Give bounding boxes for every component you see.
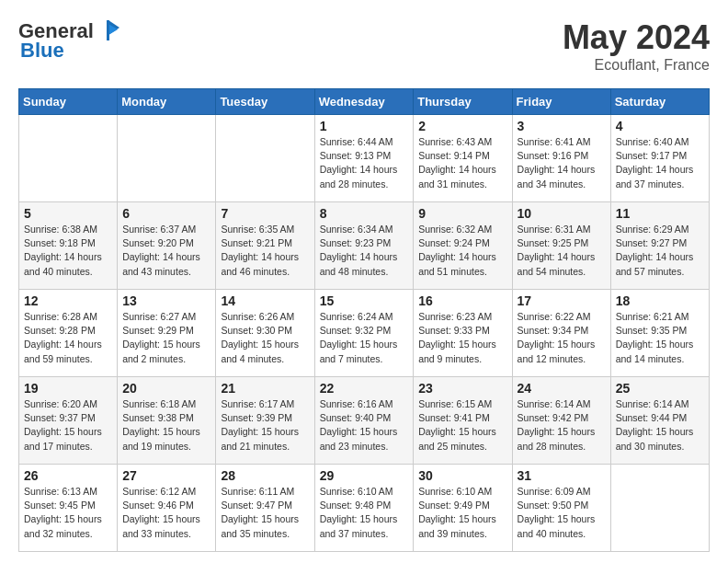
calendar-cell: 14Sunrise: 6:26 AM Sunset: 9:30 PM Dayli… [216, 290, 314, 377]
calendar-cell: 4Sunrise: 6:40 AM Sunset: 9:17 PM Daylig… [610, 115, 709, 202]
day-info: Sunrise: 6:12 AM Sunset: 9:46 PM Dayligh… [122, 485, 210, 541]
calendar-week-4: 19Sunrise: 6:20 AM Sunset: 9:37 PM Dayli… [19, 377, 710, 465]
calendar-cell: 1Sunrise: 6:44 AM Sunset: 9:13 PM Daylig… [314, 115, 414, 202]
day-number: 20 [122, 381, 210, 396]
calendar-week-3: 12Sunrise: 6:28 AM Sunset: 9:28 PM Dayli… [19, 290, 710, 377]
day-info: Sunrise: 6:22 AM Sunset: 9:34 PM Dayligh… [518, 310, 606, 366]
day-number: 13 [122, 293, 210, 308]
calendar-cell: 10Sunrise: 6:31 AM Sunset: 9:25 PM Dayli… [512, 202, 610, 290]
calendar-cell: 6Sunrise: 6:37 AM Sunset: 9:20 PM Daylig… [118, 202, 216, 290]
day-info: Sunrise: 6:10 AM Sunset: 9:48 PM Dayligh… [320, 485, 409, 541]
day-info: Sunrise: 6:21 AM Sunset: 9:35 PM Dayligh… [616, 310, 704, 366]
calendar-cell: 20Sunrise: 6:18 AM Sunset: 9:38 PM Dayli… [118, 377, 216, 465]
calendar-week-1: 1Sunrise: 6:44 AM Sunset: 9:13 PM Daylig… [19, 115, 710, 202]
calendar-cell: 17Sunrise: 6:22 AM Sunset: 9:34 PM Dayli… [512, 290, 610, 377]
calendar-cell: 5Sunrise: 6:38 AM Sunset: 9:18 PM Daylig… [19, 202, 118, 290]
location: Ecouflant, France [563, 57, 710, 74]
day-info: Sunrise: 6:09 AM Sunset: 9:50 PM Dayligh… [518, 485, 606, 541]
day-number: 12 [24, 293, 112, 308]
day-info: Sunrise: 6:27 AM Sunset: 9:29 PM Dayligh… [122, 310, 210, 366]
day-number: 9 [418, 206, 506, 221]
day-number: 21 [221, 381, 309, 396]
day-info: Sunrise: 6:24 AM Sunset: 9:32 PM Dayligh… [320, 310, 409, 366]
day-info: Sunrise: 6:44 AM Sunset: 9:13 PM Dayligh… [320, 135, 409, 191]
header-sunday: Sunday [19, 89, 118, 115]
header-monday: Monday [118, 89, 216, 115]
day-info: Sunrise: 6:38 AM Sunset: 9:18 PM Dayligh… [24, 223, 112, 279]
calendar-cell [118, 115, 216, 202]
logo-flag-icon [96, 18, 121, 44]
header-saturday: Saturday [610, 89, 709, 115]
day-number: 26 [24, 468, 112, 483]
calendar: Sunday Monday Tuesday Wednesday Thursday… [18, 88, 710, 552]
day-number: 29 [320, 468, 409, 483]
title-area: May 2024 Ecouflant, France [563, 18, 710, 74]
day-info: Sunrise: 6:15 AM Sunset: 9:41 PM Dayligh… [418, 397, 506, 454]
calendar-cell: 23Sunrise: 6:15 AM Sunset: 9:41 PM Dayli… [414, 377, 512, 465]
calendar-cell [19, 115, 118, 202]
month-title: May 2024 [563, 18, 710, 57]
header-wednesday: Wednesday [314, 89, 414, 115]
day-info: Sunrise: 6:43 AM Sunset: 9:14 PM Dayligh… [418, 135, 506, 191]
calendar-cell: 21Sunrise: 6:17 AM Sunset: 9:39 PM Dayli… [216, 377, 314, 465]
day-number: 31 [518, 468, 606, 483]
day-info: Sunrise: 6:26 AM Sunset: 9:30 PM Dayligh… [221, 310, 309, 366]
day-number: 11 [616, 206, 704, 221]
day-number: 16 [418, 293, 506, 308]
day-number: 3 [518, 119, 606, 133]
calendar-cell: 22Sunrise: 6:16 AM Sunset: 9:40 PM Dayli… [314, 377, 414, 465]
day-info: Sunrise: 6:32 AM Sunset: 9:24 PM Dayligh… [418, 223, 506, 279]
day-info: Sunrise: 6:34 AM Sunset: 9:23 PM Dayligh… [320, 223, 409, 279]
day-number: 5 [24, 206, 112, 221]
calendar-cell: 7Sunrise: 6:35 AM Sunset: 9:21 PM Daylig… [216, 202, 314, 290]
day-info: Sunrise: 6:31 AM Sunset: 9:25 PM Dayligh… [518, 223, 606, 279]
header: General Blue May 2024 Ecouflant, France [18, 18, 710, 74]
logo: General Blue [18, 18, 121, 63]
calendar-cell: 25Sunrise: 6:14 AM Sunset: 9:44 PM Dayli… [610, 377, 709, 465]
calendar-cell [610, 465, 709, 552]
day-number: 2 [418, 119, 506, 133]
header-thursday: Thursday [414, 89, 512, 115]
day-info: Sunrise: 6:40 AM Sunset: 9:17 PM Dayligh… [616, 135, 704, 191]
calendar-cell: 27Sunrise: 6:12 AM Sunset: 9:46 PM Dayli… [118, 465, 216, 552]
calendar-cell: 8Sunrise: 6:34 AM Sunset: 9:23 PM Daylig… [314, 202, 414, 290]
calendar-cell: 3Sunrise: 6:41 AM Sunset: 9:16 PM Daylig… [512, 115, 610, 202]
day-info: Sunrise: 6:28 AM Sunset: 9:28 PM Dayligh… [24, 310, 112, 366]
calendar-cell: 15Sunrise: 6:24 AM Sunset: 9:32 PM Dayli… [314, 290, 414, 377]
day-number: 19 [24, 381, 112, 396]
calendar-cell: 9Sunrise: 6:32 AM Sunset: 9:24 PM Daylig… [414, 202, 512, 290]
day-info: Sunrise: 6:13 AM Sunset: 9:45 PM Dayligh… [24, 485, 112, 541]
day-info: Sunrise: 6:41 AM Sunset: 9:16 PM Dayligh… [518, 135, 606, 191]
day-number: 4 [616, 119, 704, 133]
day-info: Sunrise: 6:20 AM Sunset: 9:37 PM Dayligh… [24, 397, 112, 454]
day-number: 14 [221, 293, 309, 308]
day-info: Sunrise: 6:14 AM Sunset: 9:44 PM Dayligh… [616, 397, 704, 454]
day-number: 7 [221, 206, 309, 221]
day-number: 25 [616, 381, 704, 396]
day-number: 27 [122, 468, 210, 483]
calendar-week-2: 5Sunrise: 6:38 AM Sunset: 9:18 PM Daylig… [19, 202, 710, 290]
day-number: 8 [320, 206, 409, 221]
day-number: 24 [518, 381, 606, 396]
day-info: Sunrise: 6:23 AM Sunset: 9:33 PM Dayligh… [418, 310, 506, 366]
header-friday: Friday [512, 89, 610, 115]
day-number: 28 [221, 468, 309, 483]
day-info: Sunrise: 6:14 AM Sunset: 9:42 PM Dayligh… [518, 397, 606, 454]
header-tuesday: Tuesday [216, 89, 314, 115]
day-info: Sunrise: 6:37 AM Sunset: 9:20 PM Dayligh… [122, 223, 210, 279]
day-info: Sunrise: 6:18 AM Sunset: 9:38 PM Dayligh… [122, 397, 210, 454]
calendar-week-5: 26Sunrise: 6:13 AM Sunset: 9:45 PM Dayli… [19, 465, 710, 552]
day-number: 18 [616, 293, 704, 308]
calendar-cell: 31Sunrise: 6:09 AM Sunset: 9:50 PM Dayli… [512, 465, 610, 552]
calendar-cell: 19Sunrise: 6:20 AM Sunset: 9:37 PM Dayli… [19, 377, 118, 465]
calendar-cell [216, 115, 314, 202]
day-info: Sunrise: 6:16 AM Sunset: 9:40 PM Dayligh… [320, 397, 409, 454]
svg-rect-2 [107, 20, 109, 40]
day-number: 6 [122, 206, 210, 221]
calendar-cell: 29Sunrise: 6:10 AM Sunset: 9:48 PM Dayli… [314, 465, 414, 552]
day-info: Sunrise: 6:17 AM Sunset: 9:39 PM Dayligh… [221, 397, 309, 454]
day-number: 30 [418, 468, 506, 483]
calendar-cell: 18Sunrise: 6:21 AM Sunset: 9:35 PM Dayli… [610, 290, 709, 377]
logo-blue: Blue [20, 39, 64, 63]
calendar-cell: 11Sunrise: 6:29 AM Sunset: 9:27 PM Dayli… [610, 202, 709, 290]
